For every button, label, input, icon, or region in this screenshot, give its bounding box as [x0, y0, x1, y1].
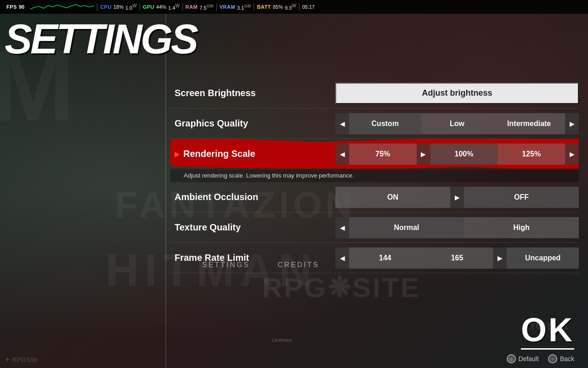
rendering-scale-arrow-icon: ▶	[175, 150, 180, 158]
graphics-quality-low-btn[interactable]: Low	[421, 113, 493, 134]
back-icon: ○	[548, 354, 557, 363]
frame-rate-prev-arrow[interactable]: ◀	[335, 247, 349, 269]
texture-quality-prev-arrow[interactable]: ◀	[335, 217, 349, 238]
batt-power: 9.3W	[285, 3, 296, 11]
bottom-left-watermark: ✦ RPGSite	[5, 356, 38, 363]
hud-cpu: CPU 18% 1.0W	[97, 0, 140, 14]
ok-button[interactable]: OK	[521, 313, 574, 350]
ram-label: RAM	[186, 4, 198, 10]
bottom-buttons: ◎ Default ○ Back	[507, 354, 574, 363]
rendering-scale-row: ▶ Rendering Scale ◀ 75% ▶ 100% 125% ▶	[170, 139, 579, 169]
rendering-scale-75-btn[interactable]: 75%	[349, 144, 417, 165]
frame-rate-next-arrow[interactable]: ▶	[493, 247, 507, 269]
rendering-scale-100-btn[interactable]: 100%	[430, 144, 498, 165]
texture-quality-row: Texture Quality ◀ Normal High	[170, 213, 579, 243]
rendering-scale-125-btn[interactable]: 125%	[498, 144, 565, 165]
batt-value: 85%	[273, 4, 283, 10]
ambient-occlusion-label: Ambient Occlusion	[170, 192, 335, 202]
ambient-occlusion-off-btn[interactable]: OFF	[464, 187, 579, 208]
texture-quality-label: Texture Quality	[170, 222, 335, 233]
gpu-value: 44%	[156, 4, 166, 10]
graphics-quality-row: Graphics Quality ◀ Custom Low Intermedia…	[170, 109, 579, 139]
ambient-occlusion-on-btn[interactable]: ON	[335, 187, 450, 208]
ambient-occlusion-row: Ambient Occlusion ON ▶ OFF	[170, 182, 579, 213]
cpu-value: 18%	[113, 4, 124, 10]
time-value: 05:17	[302, 4, 315, 10]
rendering-scale-tooltip: Adjust rendering scale. Lowering this ma…	[170, 168, 579, 182]
cpu-label: CPU	[100, 4, 112, 10]
texture-quality-normal-btn[interactable]: Normal	[349, 217, 464, 238]
ram-value: 7.5GiB	[199, 4, 213, 11]
rendering-scale-prev-arrow[interactable]: ◀	[335, 144, 349, 165]
hud-batt: BATT 85% 9.3W	[254, 0, 299, 14]
screen-brightness-label: Screen Brightness	[170, 88, 335, 98]
default-button[interactable]: ◎ Default	[507, 354, 539, 363]
graphics-quality-next-arrow[interactable]: ▶	[565, 113, 579, 134]
graphics-quality-intermediate-btn[interactable]: Intermediate	[493, 113, 565, 134]
settings-list: Screen Brightness Adjust brightness Grap…	[170, 78, 579, 273]
default-label: Default	[519, 355, 539, 362]
hud-vram: VRAM 3.1GiB	[217, 0, 254, 14]
adjust-brightness-button[interactable]: Adjust brightness	[335, 83, 579, 104]
nav-links: SETTINGS CREDITS	[165, 261, 319, 269]
cpu-power: 1.0W	[125, 3, 137, 11]
ambient-occlusion-arrow[interactable]: ▶	[450, 187, 464, 208]
rendering-scale-tooltip-text: Adjust rendering scale. Lowering this ma…	[184, 172, 354, 179]
back-button[interactable]: ○ Back	[548, 354, 574, 363]
hud-ram: RAM 7.5GiB	[183, 0, 216, 14]
graphics-quality-prev-arrow[interactable]: ◀	[335, 113, 349, 134]
screen-brightness-row: Screen Brightness Adjust brightness	[170, 78, 579, 109]
texture-quality-high-btn[interactable]: High	[464, 217, 579, 238]
bottom-area: OK ◎ Default ○ Back	[165, 294, 588, 368]
frame-rate-165-btn[interactable]: 165	[421, 247, 493, 269]
batt-label: BATT	[257, 4, 271, 10]
gpu-label: GPU	[143, 4, 154, 10]
fps-label: FPS	[6, 4, 17, 10]
vram-label: VRAM	[220, 4, 235, 10]
back-label: Back	[560, 355, 574, 362]
rendering-scale-controls: ◀ 75% ▶ 100% 125% ▶	[335, 144, 579, 165]
rendering-scale-label: ▶ Rendering Scale	[170, 149, 335, 159]
frame-rate-144-btn[interactable]: 144	[349, 247, 421, 269]
hud-fps: FPS 90	[4, 0, 27, 14]
rendering-scale-next-arrow[interactable]: ▶	[565, 144, 579, 165]
frame-rate-uncapped-btn[interactable]: Uncapped	[507, 247, 579, 269]
graphics-quality-custom-btn[interactable]: Custom	[349, 113, 421, 134]
fps-value: 90	[19, 4, 24, 10]
nav-settings-link[interactable]: SETTINGS	[202, 261, 250, 269]
screen-brightness-controls: Adjust brightness	[335, 83, 579, 104]
default-icon: ◎	[507, 354, 516, 363]
graphics-quality-label: Graphics Quality	[170, 118, 335, 129]
nav-credits-link[interactable]: CREDITS	[277, 261, 319, 269]
hud-gpu: GPU 44% 1.4W	[140, 0, 182, 14]
hud-bar: FPS 90 CPU 18% 1.0W GPU 44% 1.4W RAM 7.5…	[0, 0, 588, 14]
gpu-power: 1.4W	[168, 3, 180, 11]
hud-time: 05:17	[300, 0, 318, 14]
vram-value: 3.1GiB	[237, 4, 251, 11]
texture-quality-controls: ◀ Normal High	[335, 217, 579, 238]
graphics-quality-controls: ◀ Custom Low Intermediate ▶	[335, 113, 579, 134]
hud-fps-graph	[27, 0, 97, 14]
rendering-scale-mid-arrow[interactable]: ▶	[417, 144, 430, 165]
ambient-occlusion-controls: ON ▶ OFF	[335, 187, 579, 208]
fps-graph-svg	[30, 3, 94, 11]
frame-rate-limit-controls: ◀ 144 165 ▶ Uncapped	[335, 247, 579, 269]
